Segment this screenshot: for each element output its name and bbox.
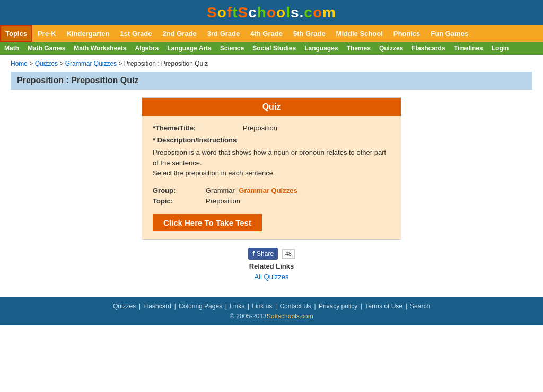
fb-share-button[interactable]: f Share: [248, 248, 278, 260]
nav-kindergarten[interactable]: Kindergarten: [62, 25, 115, 42]
social-section: f Share 48 Related Links All Quizzes: [11, 248, 532, 281]
page-title-banner: Preposition : Preposition Quiz: [11, 72, 532, 90]
footer-links[interactable]: Links: [230, 302, 244, 310]
footer-contact-us[interactable]: Contact Us: [279, 302, 311, 310]
subnav-themes[interactable]: Themes: [343, 42, 375, 55]
fb-count: 48: [282, 249, 295, 259]
subnav-flashcards[interactable]: Flashcards: [407, 42, 449, 55]
subnav-science[interactable]: Science: [216, 42, 248, 55]
nav-phonics[interactable]: Phonics: [388, 25, 426, 42]
footer-copyright: © 2005-2013Softschools.com: [5, 313, 538, 320]
nav-middle-school[interactable]: Middle School: [331, 25, 388, 42]
quiz-description: * Description/Instructions Preposition i…: [153, 136, 390, 179]
all-quizzes-area: All Quizzes: [11, 273, 532, 281]
quiz-description-text1: Preposition is a word that shows how a n…: [153, 147, 390, 168]
subnav-login[interactable]: Login: [487, 42, 513, 55]
main-nav: Topics Pre-K Kindergarten 1st Grade 2nd …: [0, 25, 543, 42]
nav-4th-grade[interactable]: 4th Grade: [245, 25, 288, 42]
nav-fun-games[interactable]: Fun Games: [425, 25, 474, 42]
subnav-math-worksheets[interactable]: Math Worksheets: [69, 42, 130, 55]
quiz-description-text2: Select the preposition in each sentence.: [153, 168, 390, 179]
quiz-header: Quiz: [142, 98, 401, 116]
nav-prek[interactable]: Pre-K: [32, 25, 62, 42]
all-quizzes-link[interactable]: All Quizzes: [254, 273, 288, 281]
quiz-group-label: Group:: [153, 186, 206, 194]
quiz-theme-label: *Theme/Title:: [153, 124, 243, 132]
footer-search[interactable]: Search: [410, 302, 430, 310]
take-test-button[interactable]: Click Here To Take Test: [153, 214, 262, 231]
footer: Quizzes | Flashcard | Coloring Pages | L…: [0, 297, 543, 325]
nav-1st-grade[interactable]: 1st Grade: [115, 25, 157, 42]
quiz-theme-field: *Theme/Title: Preposition: [153, 124, 390, 132]
footer-flashcard[interactable]: Flashcard: [143, 302, 171, 310]
footer-quizzes[interactable]: Quizzes: [113, 302, 136, 310]
quiz-group-link[interactable]: Grammar Quizzes: [239, 186, 297, 194]
quiz-topic-row: Topic: Preposition: [153, 197, 390, 205]
quiz-box: Quiz *Theme/Title: Preposition * Descrip…: [142, 97, 401, 240]
subnav-math-games[interactable]: Math Games: [23, 42, 69, 55]
fb-share-label: Share: [257, 250, 274, 257]
subnav-timelines[interactable]: Timelines: [450, 42, 487, 55]
site-logo[interactable]: SoftSchools.com: [207, 4, 336, 21]
fb-share-area: f Share 48: [11, 248, 532, 262]
footer-site-link[interactable]: Softschools.com: [267, 313, 313, 320]
nav-3rd-grade[interactable]: 3rd Grade: [202, 25, 245, 42]
page-title: Preposition : Preposition Quiz: [17, 76, 138, 85]
nav-2nd-grade[interactable]: 2nd Grade: [157, 25, 202, 42]
nav-5th-grade[interactable]: 5th Grade: [288, 25, 331, 42]
site-header: SoftSchools.com: [0, 0, 543, 25]
breadcrumb-home[interactable]: Home: [11, 60, 28, 67]
main-content: Home > Quizzes > Grammar Quizzes > Prepo…: [0, 55, 543, 286]
breadcrumb-current: Preposition : Preposition Quiz: [124, 60, 208, 67]
subnav-social-studies[interactable]: Social Studies: [248, 42, 300, 55]
footer-terms-of-use[interactable]: Terms of Use: [365, 302, 402, 310]
footer-coloring-pages[interactable]: Coloring Pages: [179, 302, 222, 310]
subnav-language-arts[interactable]: Language Arts: [163, 42, 216, 55]
breadcrumb-quizzes[interactable]: Quizzes: [35, 60, 58, 67]
sub-nav: Math Math Games Math Worksheets Algebra …: [0, 42, 543, 55]
related-links-title: Related Links: [11, 262, 532, 270]
quiz-description-label: * Description/Instructions: [153, 136, 390, 144]
footer-links: Quizzes | Flashcard | Coloring Pages | L…: [5, 302, 538, 310]
subnav-math[interactable]: Math: [0, 42, 23, 55]
quiz-topic-label: Topic:: [153, 197, 206, 205]
subnav-algebra[interactable]: Algebra: [131, 42, 163, 55]
quiz-topic-value: Preposition: [206, 197, 240, 205]
breadcrumb-grammar-quizzes[interactable]: Grammar Quizzes: [65, 60, 117, 67]
footer-privacy-policy[interactable]: Privacy policy: [319, 302, 357, 310]
breadcrumb: Home > Quizzes > Grammar Quizzes > Prepo…: [11, 60, 532, 67]
quiz-group-row: Group: Grammar Grammar Quizzes: [153, 186, 390, 194]
quiz-group-value: Grammar Grammar Quizzes: [206, 186, 297, 194]
fb-icon: f: [252, 250, 255, 257]
subnav-quizzes[interactable]: Quizzes: [375, 42, 407, 55]
footer-link-us[interactable]: Link us: [252, 302, 272, 310]
nav-topics[interactable]: Topics: [0, 25, 32, 42]
quiz-theme-value: Preposition: [243, 124, 277, 132]
subnav-languages[interactable]: Languages: [300, 42, 342, 55]
quiz-body: *Theme/Title: Preposition * Description/…: [142, 116, 401, 239]
